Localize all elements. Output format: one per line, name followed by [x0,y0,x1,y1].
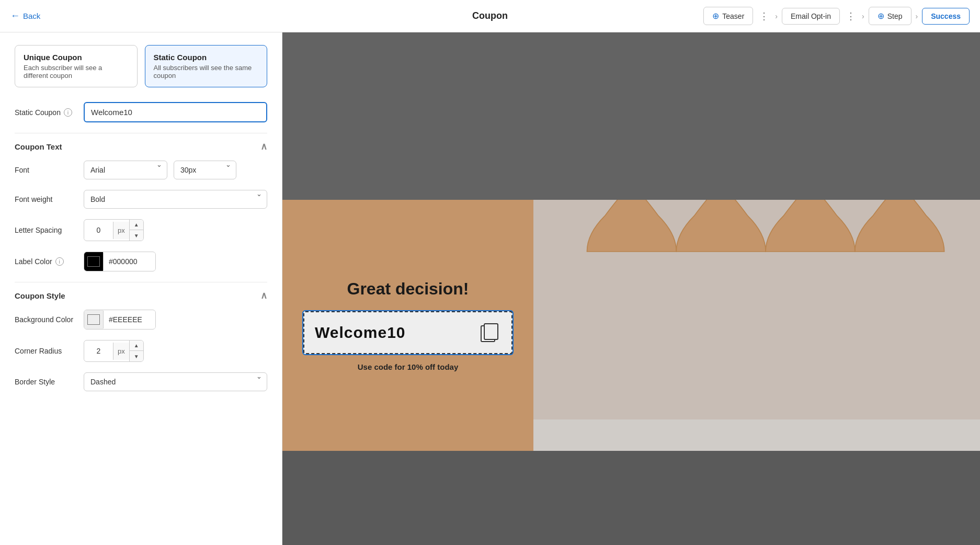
coupon-style-section-header[interactable]: Coupon Style ∧ [15,282,267,310]
border-style-select[interactable]: NoneSolidDashedDotted [84,372,267,391]
preview-bottom-row: Great decision! Welcome10 Use code for 1… [282,200,980,451]
static-coupon-card[interactable]: Static Coupon All subscribers will see t… [145,45,268,87]
hangers-svg [533,200,980,419]
letter-spacing-up-arrow[interactable]: ▲ [130,220,143,230]
unique-coupon-title: Unique Coupon [24,53,129,62]
collapse-coupon-text-icon: ∧ [260,141,267,152]
border-style-label: Border Style [15,378,77,386]
label-color-info-icon[interactable]: i [55,257,64,266]
label-color-row: Label Color i [15,252,267,271]
corner-radius-row: Corner Radius px ▲ ▼ [15,340,267,362]
coupon-text-title: Coupon Text [15,142,62,151]
step-add[interactable]: ⊕ Step [869,7,911,25]
preview-card: Great decision! Welcome10 Use code for 1… [282,200,533,451]
letter-spacing-spinner: px ▲ ▼ [84,219,144,241]
corner-radius-input[interactable] [84,342,113,360]
static-coupon-desc: All subscribers will see the same coupon [154,64,259,80]
unique-coupon-desc: Each subscriber will see a different cou… [24,64,129,80]
font-weight-row: Font weight NormalBoldLightMediumSemiBol… [15,190,267,209]
letter-spacing-input[interactable] [84,221,113,239]
letter-spacing-arrows: ▲ ▼ [129,220,143,241]
back-button[interactable]: ← Back [10,10,40,21]
chevron-right-icon-3: › [916,12,918,20]
coupon-display-box: Welcome10 [303,311,512,354]
coupon-text-section-header[interactable]: Coupon Text ∧ [15,133,267,161]
font-size-select[interactable]: 12px14px16px18px 20px24px28px30px 36px48… [174,161,236,179]
plus-icon: ⊕ [712,11,719,21]
coupon-type-row: Unique Coupon Each subscriber will see a… [15,45,267,87]
top-nav: ← Back Coupon ⊕ Teaser ⋮ › Email Opt-in … [0,0,980,32]
bg-color-swatch-wrapper [84,310,156,330]
nav-steps: ⊕ Teaser ⋮ › Email Opt-in ⋮ › ⊕ Step › S… [703,7,970,25]
chevron-right-icon: › [775,12,778,20]
label-color-label: Label Color i [15,257,77,266]
preview-headline: Great decision! [347,279,469,299]
corner-radius-label: Corner Radius [15,347,77,355]
teaser-label: Teaser [722,12,744,20]
svg-rect-1 [484,324,498,339]
page-title: Coupon [472,10,508,21]
corner-radius-spinner: px ▲ ▼ [84,340,144,362]
copy-icon [479,322,501,344]
preview-top-gray [282,32,980,200]
right-panel: Great decision! Welcome10 Use code for 1… [282,32,980,545]
corner-radius-unit: px [113,343,129,360]
bg-color-hex[interactable] [103,311,155,328]
font-weight-label: Font weight [15,195,77,203]
letter-spacing-label: Letter Spacing [15,226,77,234]
preview-wrapper: Great decision! Welcome10 Use code for 1… [282,32,980,451]
copy-button[interactable] [479,322,501,344]
coupon-style-title: Coupon Style [15,291,65,300]
success-label: Success [931,12,961,20]
corner-radius-arrows: ▲ ▼ [129,340,143,361]
step-email-opt-in[interactable]: Email Opt-in [782,8,840,25]
font-weight-select[interactable]: NormalBoldLightMediumSemiBold [84,190,267,209]
static-coupon-input[interactable] [84,102,267,122]
back-arrow-icon: ← [10,10,20,21]
static-coupon-info-icon[interactable]: i [64,108,72,117]
collapse-coupon-style-icon: ∧ [260,290,267,301]
letter-spacing-unit: px [113,222,129,239]
step-success[interactable]: Success [922,8,970,25]
step-label: Step [887,12,903,20]
font-size-wrapper: 12px14px16px18px 20px24px28px30px 36px48… [174,161,236,179]
plus-icon-2: ⊕ [878,11,884,21]
font-select-wrapper: Arial Georgia Helvetica Times New Roman … [84,161,167,179]
main-layout: Unique Coupon Each subscriber will see a… [0,32,980,545]
label-color-hex[interactable] [103,253,155,270]
letter-spacing-down-arrow[interactable]: ▼ [130,230,143,241]
coupon-subtext: Use code for 10% off today [358,362,459,371]
border-style-row: Border Style NoneSolidDashedDotted ⌄ [15,372,267,391]
letter-spacing-row: Letter Spacing px ▲ ▼ [15,219,267,241]
back-label: Back [23,12,40,20]
font-row: Font Arial Georgia Helvetica Times New R… [15,161,267,179]
more-icon[interactable]: ⋮ [757,10,771,22]
corner-radius-down-arrow[interactable]: ▼ [130,351,143,361]
unique-coupon-card[interactable]: Unique Coupon Each subscriber will see a… [15,45,138,87]
font-select[interactable]: Arial Georgia Helvetica Times New Roman … [84,161,167,179]
static-coupon-title: Static Coupon [154,53,259,62]
bg-color-picker[interactable] [84,310,103,329]
corner-radius-up-arrow[interactable]: ▲ [130,340,143,351]
coupon-code-text: Welcome10 [315,324,406,342]
static-coupon-label: Static Coupon i [15,108,77,117]
background-color-label: Background Color [15,315,77,324]
label-color-swatch-wrapper [84,252,156,271]
hangers-bg [533,200,980,419]
label-color-picker[interactable] [84,252,103,271]
step-teaser[interactable]: ⊕ Teaser [703,7,753,25]
left-panel: Unique Coupon Each subscriber will see a… [0,32,282,545]
chevron-right-icon-2: › [862,12,864,20]
background-color-row: Background Color [15,310,267,330]
static-coupon-row: Static Coupon i [15,102,267,122]
hangers-panel [533,200,980,451]
more-icon-2[interactable]: ⋮ [844,10,858,22]
email-opt-in-label: Email Opt-in [791,12,831,20]
font-label: Font [15,166,77,174]
